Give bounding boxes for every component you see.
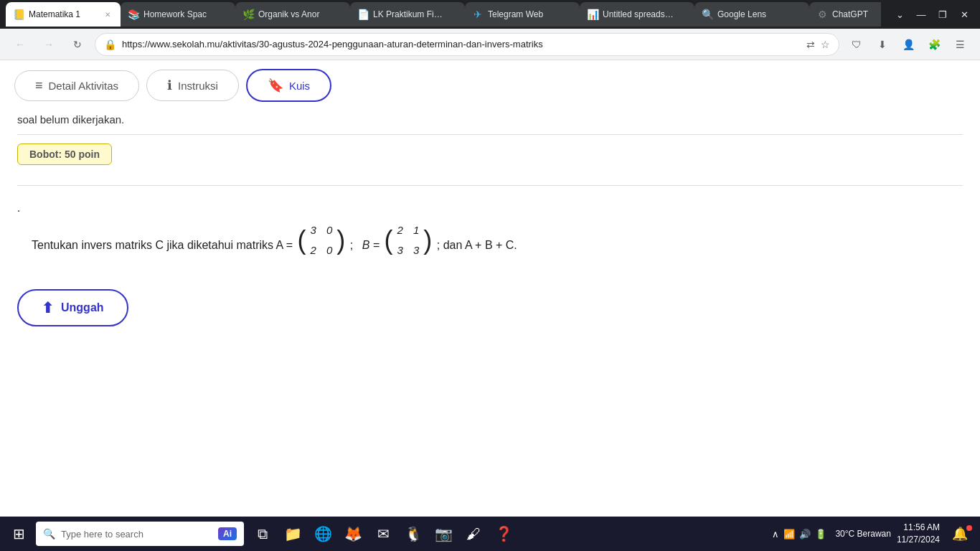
matrix-a-bracket-left: (	[298, 227, 306, 253]
tab-title-matematika: Matematika 1	[29, 9, 98, 19]
system-tray[interactable]: ∧ 📶 🔊 🔋	[766, 518, 832, 550]
bobot-badge: Bobot: 50 poin	[17, 143, 112, 165]
tab-chatgpt[interactable]: ⚙ ChatGPT	[809, 2, 881, 27]
tab-favicon-lk: 📄	[357, 9, 369, 20]
matrix-a-r2c1: 2	[311, 241, 316, 260]
matrix-b-r1c1: 2	[397, 221, 403, 240]
activity-tabs: ≡ Detail Aktivitas ℹ Instruksi 🔖 Kuis	[0, 60, 980, 102]
kuis-tab-label: Kuis	[289, 80, 310, 92]
end-text: dan A + B + C.	[443, 239, 517, 251]
divider-1	[17, 134, 963, 135]
tab-title-telegram: Telegram Web	[488, 9, 573, 19]
camera-app-icon[interactable]: 📷	[429, 519, 458, 548]
tab-kuis[interactable]: 🔖 Kuis	[246, 69, 331, 102]
refresh-button[interactable]: ↻	[66, 33, 89, 56]
mail-icon[interactable]: ✉	[369, 519, 397, 548]
edge-icon[interactable]: 🌐	[308, 519, 337, 548]
forward-button[interactable]: →	[37, 33, 60, 56]
shield-icon-btn[interactable]: 🛡	[845, 33, 868, 56]
tab-list-button[interactable]: ⌄	[890, 4, 910, 24]
upload-icon: ⬆	[42, 299, 54, 316]
maximize-button[interactable]: ❐	[933, 4, 953, 24]
window-controls: ⌄ — ❐ ✕	[890, 4, 974, 24]
search-icon: 🔍	[43, 528, 55, 540]
notification-button[interactable]: 🔔	[946, 519, 974, 548]
tab-title-organik: Organik vs Anor	[258, 9, 343, 19]
linux-icon[interactable]: 🐧	[399, 519, 428, 548]
notification-bell-icon: 🔔	[952, 526, 968, 542]
tab-google-lens[interactable]: 🔍 Google Lens	[694, 2, 809, 27]
tab-favicon-math: 📒	[13, 9, 24, 20]
tab-instruksi[interactable]: ℹ Instruksi	[146, 70, 239, 101]
tray-expand-icon: ∧	[772, 529, 779, 540]
bookmark-icon[interactable]: ☆	[821, 39, 830, 50]
matrix-b-bracket-left: (	[385, 227, 393, 253]
tab-title-lk: LK Praktikum Fi…	[373, 9, 458, 19]
divider-2	[17, 185, 963, 186]
paint-icon[interactable]: 🖌	[459, 519, 488, 548]
firefox-icon[interactable]: 🦊	[339, 519, 367, 548]
notification-badge	[966, 525, 972, 531]
taskbar-right: ∧ 📶 🔊 🔋 30°C Berawan 11:56 AM 11/27/2024…	[766, 518, 977, 550]
tab-favicon-google: 🔍	[702, 9, 713, 20]
nav-right-icons: 🛡 ⬇ 👤 🧩 ☰	[845, 33, 971, 56]
file-explorer-icon[interactable]: 📁	[278, 519, 307, 548]
taskbar: ⊞ 🔍 Type here to search Ai ⧉ 📁 🌐 🦊 ✉ 🐧 📷…	[0, 517, 980, 551]
network-icon: 📶	[783, 529, 795, 540]
temperature-text: 30°C Berawan	[835, 529, 891, 539]
page-content: ≡ Detail Aktivitas ℹ Instruksi 🔖 Kuis so…	[0, 60, 980, 517]
clock[interactable]: 11:56 AM 11/27/2024	[897, 522, 943, 546]
task-view-icon[interactable]: ⧉	[248, 519, 277, 548]
tab-title-chatgpt: ChatGPT	[832, 9, 881, 19]
content-area: soal belum dikerjakan. Bobot: 50 poin . …	[0, 102, 980, 517]
profile-icon-btn[interactable]: 👤	[897, 33, 920, 56]
tab-lk[interactable]: 📄 LK Praktikum Fi…	[350, 2, 465, 27]
date-text: 11/27/2024	[897, 534, 940, 546]
extensions-icon-btn[interactable]: 🧩	[923, 33, 946, 56]
tab-close-matematika[interactable]: ✕	[102, 9, 113, 20]
matrix-a-cells: 3 0 2 0	[308, 220, 336, 260]
var-b-label: B =	[362, 239, 380, 251]
menu-icon-btn[interactable]: ☰	[948, 33, 971, 56]
matrix-a-r1c2: 0	[326, 221, 332, 240]
detail-tab-label: Detail Aktivitas	[49, 80, 119, 92]
ai-badge: Ai	[218, 527, 237, 540]
minimize-button[interactable]: —	[911, 4, 931, 24]
security-icon: 🔒	[104, 39, 116, 50]
taskbar-icons: ⧉ 📁 🌐 🦊 ✉ 🐧 📷 🖌 ❓	[248, 519, 518, 548]
tab-title-homework: Homework Spac	[143, 9, 228, 19]
help-icon[interactable]: ❓	[489, 519, 518, 548]
tab-favicon-tg: ✈	[472, 9, 484, 20]
matrix-b-r1c2: 1	[413, 221, 419, 240]
detail-icon: ≡	[35, 78, 43, 93]
tab-title-google-lens: Google Lens	[717, 9, 802, 19]
url-text: https://www.sekolah.mu/aktivitas/30-agus…	[122, 39, 801, 50]
tab-matematika[interactable]: 📒 Matematika 1 ✕	[6, 2, 121, 27]
matrix-b-cells: 2 1 3 3	[395, 220, 423, 260]
soal-belum-text: soal belum dikerjakan.	[17, 113, 963, 126]
matrix-a-r1c1: 3	[311, 221, 316, 240]
tab-detail-aktivitas[interactable]: ≡ Detail Aktivitas	[14, 70, 139, 101]
unggah-label: Unggah	[61, 301, 104, 314]
download-icon-btn[interactable]: ⬇	[871, 33, 894, 56]
tab-homework[interactable]: 📚 Homework Spac	[121, 2, 235, 27]
taskbar-search[interactable]: 🔍 Type here to search Ai	[36, 522, 244, 546]
address-bar[interactable]: 🔒 https://www.sekolah.mu/aktivitas/30-ag…	[95, 33, 839, 56]
translate-icon: ⇄	[806, 39, 815, 50]
question-text: Tentukan invers matriks C jika diketahui…	[32, 220, 963, 260]
start-button[interactable]: ⊞	[3, 518, 34, 550]
tab-favicon-org: 🌿	[242, 9, 254, 20]
unggah-button[interactable]: ⬆ Unggah	[17, 289, 128, 326]
browser-titlebar: 📒 Matematika 1 ✕ 📚 Homework Spac 🌿 Organ…	[0, 0, 980, 29]
tab-organik[interactable]: 🌿 Organik vs Anor	[235, 2, 350, 27]
tab-favicon-hw: 📚	[128, 9, 139, 20]
time-text: 11:56 AM	[903, 522, 940, 534]
tab-spreadsheet[interactable]: 📊 Untitled spreads…	[580, 2, 694, 27]
matrix-a-r2c2: 0	[326, 241, 332, 260]
tab-title-spreadsheet: Untitled spreads…	[603, 9, 687, 19]
matrix-b-bracket-right: )	[423, 227, 432, 253]
question-prefix: Tentukan invers matriks C jika diketahui…	[32, 239, 293, 251]
back-button[interactable]: ←	[9, 33, 32, 56]
close-button[interactable]: ✕	[954, 4, 974, 24]
tab-telegram[interactable]: ✈ Telegram Web	[465, 2, 580, 27]
